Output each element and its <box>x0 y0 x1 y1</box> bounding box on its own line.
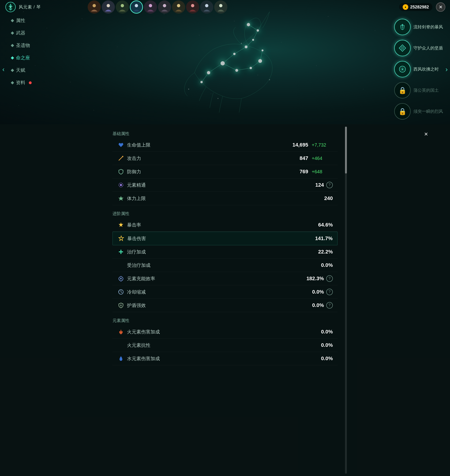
svg-point-28 <box>220 61 225 65</box>
pyro-dmg-label: 火元素伤害加成 <box>127 329 305 335</box>
nav-close-button[interactable]: ✕ <box>436 2 445 12</box>
stats-scrollbar[interactable] <box>345 127 347 474</box>
svg-point-4 <box>121 4 124 7</box>
stat-row-pyro-res: 火元素抗性 0.0% <box>112 339 338 352</box>
stat-row-crit-dmg: 暴击伤害 141.7% <box>112 232 338 245</box>
shield-help-button[interactable]: ? <box>326 302 333 309</box>
hp-value: 14,695 <box>280 142 308 148</box>
stat-row-cd-reduction: 冷却缩减 0.0% ? <box>112 285 338 299</box>
svg-point-10 <box>205 4 208 7</box>
crit-rate-label: 暴击率 <box>127 222 305 228</box>
sidebar-diamond-attributes <box>11 19 14 22</box>
er-help-button[interactable]: ? <box>326 275 333 282</box>
def-icon <box>117 168 125 175</box>
crit-dmg-value: 141.7% <box>304 235 332 242</box>
svg-point-34 <box>261 49 263 51</box>
em-label: 元素精通 <box>127 182 296 188</box>
atk-label: 攻击力 <box>127 155 280 161</box>
char-avatar-1[interactable] <box>88 0 101 14</box>
svg-point-11 <box>219 4 222 7</box>
svg-point-27 <box>233 53 236 55</box>
em-help-button[interactable]: ? <box>326 182 333 188</box>
skill-label-2: 守护众人的坚盾 <box>414 45 443 51</box>
skill-label-1: 流转剑脊的暴风 <box>414 24 443 30</box>
sidebar: 属性 武器 圣遗物 命之座 天赋 资料 <box>9 16 34 87</box>
scrollbar-thumb[interactable] <box>345 127 347 173</box>
skill-circle-3[interactable] <box>394 61 411 77</box>
char-avatar-5[interactable] <box>144 0 157 14</box>
top-nav: 风元素 / 琴 <box>0 0 450 14</box>
svg-point-40 <box>402 48 403 48</box>
skill-circle-1[interactable] <box>394 19 411 35</box>
nav-arrow-right[interactable]: › <box>445 66 448 73</box>
sidebar-label-profile: 资料 <box>16 79 25 86</box>
sidebar-label-weapon: 武器 <box>16 30 25 36</box>
er-label: 元素充能效率 <box>127 275 296 282</box>
game-logo <box>5 1 16 13</box>
char-avatar-9[interactable] <box>200 0 213 14</box>
skill-item-3[interactable]: 西风吹拂之时 <box>394 61 443 77</box>
sidebar-diamond-constellation <box>11 56 14 59</box>
pyro-dmg-icon <box>117 328 125 336</box>
stat-row-stamina: 体力上限 240 <box>112 192 338 205</box>
atk-bonus: +464 <box>312 156 333 161</box>
char-avatar-8[interactable] <box>186 0 199 14</box>
svg-point-8 <box>177 4 180 7</box>
sidebar-label-attributes: 属性 <box>16 17 25 24</box>
element-stats-header: 元素属性 <box>112 316 338 325</box>
char-avatar-4[interactable] <box>130 0 143 14</box>
char-avatar-10[interactable] <box>214 0 227 14</box>
svg-point-30 <box>200 81 203 83</box>
char-avatar-7[interactable] <box>172 0 185 14</box>
stat-row-hydro-dmg: 水元素伤害加成 0.0% <box>112 352 338 365</box>
crit-rate-icon <box>117 221 125 229</box>
char-avatar-2[interactable] <box>102 0 115 14</box>
char-avatar-3[interactable] <box>116 0 129 14</box>
stat-row-incoming-healing: 受治疗加成 0.0% <box>112 259 338 272</box>
svg-point-29 <box>207 71 210 74</box>
healing-value: 22.2% <box>305 249 333 255</box>
skill-item-2[interactable]: 守护众人的坚盾 <box>394 40 443 56</box>
stamina-icon <box>117 195 125 202</box>
skill-circle-2[interactable] <box>394 40 411 56</box>
currency-display: ● 25282982 <box>399 3 432 11</box>
svg-line-19 <box>223 63 237 70</box>
svg-line-20 <box>237 68 251 70</box>
em-icon <box>117 181 125 189</box>
svg-point-36 <box>269 79 270 80</box>
svg-point-2 <box>93 4 96 7</box>
svg-line-14 <box>246 40 253 47</box>
skill-item-5: 🔒 须臾一瞬的烈风 <box>394 103 443 119</box>
svg-point-3 <box>107 4 110 7</box>
em-value: 124 <box>296 182 324 188</box>
cd-help-button[interactable]: ? <box>326 289 333 295</box>
nav-arrow-left[interactable]: ‹ <box>2 66 5 73</box>
svg-point-6 <box>149 4 152 7</box>
stat-row-em: 元素精通 124 ? <box>112 178 338 192</box>
skill-item-1[interactable]: 流转剑脊的暴风 <box>394 19 443 35</box>
pyro-res-label: 火元素抗性 <box>127 342 305 348</box>
hp-bonus: +7,732 <box>312 142 333 148</box>
sidebar-diamond-talents <box>11 68 14 72</box>
atk-icon <box>117 155 125 162</box>
stats-close-button[interactable]: × <box>421 129 431 139</box>
sidebar-label-artifacts: 圣遗物 <box>16 42 30 48</box>
sidebar-item-artifacts[interactable]: 圣遗物 <box>9 41 34 49</box>
sidebar-item-profile[interactable]: 资料 <box>9 78 34 87</box>
sidebar-item-weapon[interactable]: 武器 <box>9 29 34 37</box>
pyro-dmg-value: 0.0% <box>305 329 333 335</box>
sidebar-label-talents: 天赋 <box>16 67 25 73</box>
incoming-healing-value: 0.0% <box>305 262 333 268</box>
sidebar-label-constellation: 命之座 <box>16 55 30 61</box>
sidebar-item-talents[interactable]: 天赋 <box>9 66 34 74</box>
skill-circle-4: 🔒 <box>394 82 411 98</box>
stat-row-atk: 攻击力 847 +464 <box>112 152 338 165</box>
sidebar-item-constellation[interactable]: 命之座 <box>9 54 34 62</box>
svg-point-37 <box>188 89 189 89</box>
skill-circle-5: 🔒 <box>394 103 411 119</box>
svg-line-16 <box>223 54 234 63</box>
sidebar-item-attributes[interactable]: 属性 <box>9 16 34 25</box>
char-avatar-6[interactable] <box>158 0 171 14</box>
svg-line-17 <box>209 63 223 73</box>
stats-panel: × 基础属性 生命值上限 14,695 +7,732 攻击力 847 +464 <box>112 129 338 365</box>
